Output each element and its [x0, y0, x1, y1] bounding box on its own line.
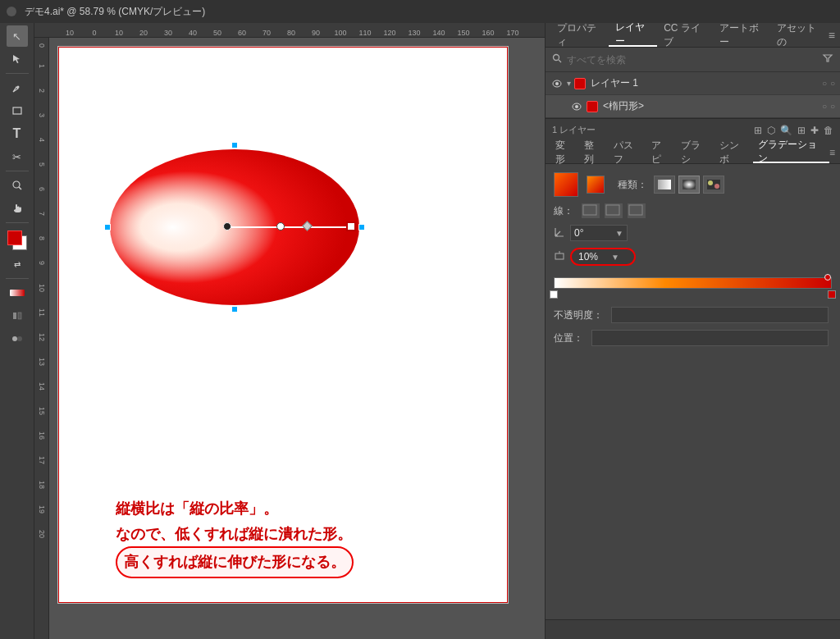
layer-item-ellipse[interactable]: <楕円形> ○ ○: [546, 95, 840, 118]
gradient-type-linear[interactable]: [654, 176, 675, 194]
ruler-left-mark: 15: [34, 399, 48, 423]
ratio-icon: [554, 250, 565, 264]
filter-icon[interactable]: [822, 52, 833, 66]
annotation-line2: なので、低くすれば縦に潰れた形。: [116, 522, 354, 547]
tab-artboard[interactable]: アートボー: [713, 23, 771, 47]
search-layer-icon[interactable]: 🔍: [780, 125, 792, 136]
bottom-panel-tabs: 変形 整列 パスフ アピ ブラシ シンボ グラデーション ≡: [546, 141, 840, 164]
tab-gradient[interactable]: グラデーション: [753, 141, 829, 163]
ruler-left-mark: 5: [34, 153, 48, 177]
angle-value: 0°: [574, 227, 583, 239]
gradient-color-preview[interactable]: [554, 172, 578, 197]
ruler-left-mark: 2: [34, 79, 48, 103]
color-boxes[interactable]: [6, 229, 29, 252]
ratio-value: 10%: [578, 251, 611, 262]
ruler-left: 0 1 2 3 4 5 6 7 8 9 10 11 12 13 14 15 16…: [34, 38, 49, 639]
gradient-type-radial[interactable]: [678, 176, 700, 194]
gradient-bar[interactable]: [554, 277, 832, 289]
artboard-container[interactable]: 縦横比は「縦の比率」。 なので、低くすれば縦に潰れた形。 高くすれば縦に伸びた形…: [49, 38, 545, 639]
ruler-mark: 20: [131, 30, 156, 37]
tab-brushes[interactable]: ブラシ: [676, 141, 714, 163]
new-sublayer-icon[interactable]: ⬡: [767, 125, 775, 136]
blend-tool[interactable]: [7, 328, 28, 349]
gradient-color-preview2[interactable]: [587, 176, 605, 194]
sublayer-name: <楕円形>: [603, 99, 822, 113]
hand-tool[interactable]: [7, 198, 28, 219]
right-panel: プロパティ レイヤー CC ライブ アートボー アセットの ≡ ▾: [545, 23, 840, 639]
ruler-mark: 80: [279, 30, 304, 37]
annotation-line3-highlight: 高くすれば縦に伸びた形になる。: [116, 546, 354, 578]
tab-symbols[interactable]: シンボ: [714, 141, 753, 163]
gradient-stroke-btn-3[interactable]: [628, 203, 646, 218]
gradient-stroke-btn-1[interactable]: [582, 203, 600, 218]
selection-handle-right[interactable]: [358, 224, 365, 230]
add-layer-icon[interactable]: ✚: [810, 125, 819, 136]
gradient-type-freeform[interactable]: [703, 176, 724, 194]
gradient-bar-handle-top-right[interactable]: [824, 274, 831, 281]
ratio-input-wrap[interactable]: 10% ▼: [570, 248, 636, 266]
ruler-top: 10 0 10 20 30 40 50 60 70 80 90 100 110 …: [34, 23, 545, 38]
rectangle-tool[interactable]: [7, 100, 28, 121]
selection-tool[interactable]: ↖: [7, 25, 28, 47]
tab-transform[interactable]: 変形: [550, 141, 579, 163]
tab-appearance[interactable]: アピ: [646, 141, 675, 163]
ruler-left-mark: 11: [34, 300, 48, 325]
text-tool[interactable]: T: [7, 123, 28, 144]
tab-pathfinder[interactable]: パスフ: [609, 141, 647, 163]
angle-dropdown-icon[interactable]: ▼: [615, 229, 623, 238]
layer-options-icon: ○: [830, 79, 835, 88]
layer-visibility-icon[interactable]: [550, 77, 564, 90]
gradient-panel: 種類： 線：: [546, 164, 840, 619]
scissors-tool[interactable]: ✂: [7, 146, 28, 167]
swap-colors-icon[interactable]: ⇄: [7, 253, 28, 275]
ruler-mark: 140: [427, 30, 451, 37]
pen-tool[interactable]: [7, 77, 28, 98]
direct-selection-tool[interactable]: [7, 48, 28, 70]
tab-properties[interactable]: プロパティ: [550, 23, 609, 47]
tab-cc-live[interactable]: CC ライブ: [657, 23, 713, 47]
panel-menu-icon[interactable]: ≡: [829, 29, 835, 42]
ellipse-container[interactable]: [107, 145, 362, 309]
ruler-mark: 160: [476, 30, 500, 37]
sublayer-visibility-icon[interactable]: [570, 100, 583, 113]
panel-tabs: プロパティ レイヤー CC ライブ アートボー アセットの ≡: [546, 23, 840, 48]
tab-align[interactable]: 整列: [579, 141, 608, 163]
gradient-stroke-btn-2[interactable]: [605, 203, 623, 218]
gradient-stop-right[interactable]: [828, 290, 836, 299]
svg-rect-23: [629, 205, 642, 215]
sublayer-lock-icon[interactable]: ○: [822, 102, 827, 111]
selection-handle-bottom[interactable]: [231, 306, 238, 313]
zoom-tool[interactable]: [7, 175, 28, 196]
locate-icon[interactable]: ⊞: [754, 125, 762, 136]
layer-expand-arrow[interactable]: ▾: [567, 79, 571, 88]
new-layer-icon[interactable]: ⊞: [797, 125, 806, 136]
tab-layers[interactable]: レイヤー: [609, 23, 658, 47]
tab-assets[interactable]: アセットの: [770, 23, 829, 47]
canvas-area: 10 0 10 20 30 40 50 60 70 80 90 100 110 …: [34, 23, 545, 639]
search-input[interactable]: [567, 54, 822, 66]
bottom-panel-menu-icon[interactable]: ≡: [829, 147, 835, 158]
reflect-tool[interactable]: [7, 305, 28, 326]
svg-point-8: [17, 336, 22, 341]
layer-lock-icon[interactable]: ○: [822, 79, 827, 88]
gradient-type-row: 種類：: [554, 172, 832, 197]
selection-handle-top[interactable]: [231, 142, 238, 148]
ruler-left-mark: 9: [34, 251, 48, 276]
annotation-line1: 縦横比は「縦の比率」。: [116, 496, 354, 522]
selection-handle-left[interactable]: [104, 224, 111, 230]
gradient-stop-left[interactable]: [550, 290, 558, 299]
angle-input-wrap[interactable]: 0° ▼: [570, 225, 628, 241]
ratio-dropdown-icon[interactable]: ▼: [611, 253, 619, 262]
layer-item-1[interactable]: ▾ レイヤー 1 ○ ○: [546, 72, 840, 95]
svg-rect-6: [18, 313, 21, 319]
ruler-mark: 70: [254, 30, 279, 37]
position-input[interactable]: [591, 330, 829, 346]
delete-layer-icon[interactable]: 🗑: [824, 125, 833, 136]
ruler-mark: 60: [230, 30, 254, 37]
gradient-ratio-row: 10% ▼: [554, 248, 832, 266]
close-button[interactable]: [7, 7, 16, 16]
bottom-bar-icons: ⊞ ⬡ 🔍 ⊞ ✚ 🗑: [754, 125, 833, 136]
svg-rect-22: [606, 205, 619, 215]
opacity-input[interactable]: [611, 307, 829, 323]
gradient-tool-left[interactable]: [7, 282, 28, 304]
